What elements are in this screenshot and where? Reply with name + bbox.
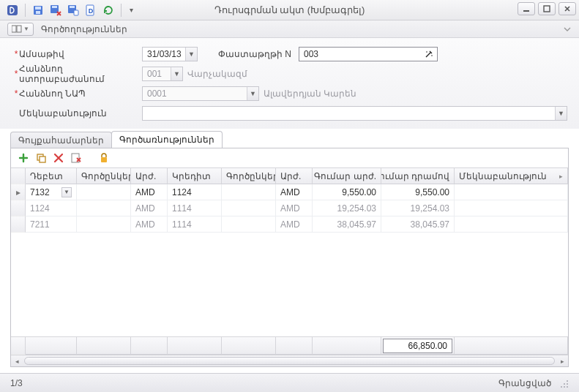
col-credit[interactable]: Կրեդիտ xyxy=(168,168,222,184)
col-cur2[interactable]: Արժ. xyxy=(276,168,313,184)
svg-rect-5 xyxy=(52,6,57,8)
row-handle xyxy=(11,216,26,233)
cell-note[interactable] xyxy=(455,216,568,233)
comment-label: Մեկնաբանություն xyxy=(19,108,142,118)
scroll-left-icon[interactable]: ◂ xyxy=(11,355,23,366)
cell-partner2[interactable] xyxy=(222,184,276,200)
docn-label: Փաստաթղթի N xyxy=(218,49,291,59)
svg-text:D: D xyxy=(89,7,94,15)
save-close-icon[interactable] xyxy=(48,2,64,18)
cell-cur1[interactable]: AMD xyxy=(131,200,168,216)
cell-amount-amd[interactable]: 9,550.00 xyxy=(381,184,455,200)
cell-credit[interactable]: 1114 xyxy=(168,200,222,216)
cell-debit[interactable]: 7132▼ xyxy=(26,184,77,200)
toolbar-overflow-icon[interactable]: ▾ xyxy=(126,2,136,18)
cell-partner1[interactable] xyxy=(77,216,131,233)
chevron-down-icon[interactable]: ▼ xyxy=(247,87,258,100)
doc-d-icon[interactable]: D xyxy=(83,2,99,18)
cell-partner2[interactable] xyxy=(222,200,276,216)
cell-credit[interactable]: 1114 xyxy=(168,216,222,233)
col-partner1[interactable]: Գործընկեր xyxy=(77,168,131,184)
tab-operations[interactable]: Գործառնություններ xyxy=(111,131,223,148)
svg-rect-2 xyxy=(35,7,41,10)
required-marker xyxy=(13,108,19,118)
cell-cur1[interactable]: AMD xyxy=(131,216,168,233)
date-label: Ամսաթիվ xyxy=(19,49,142,59)
svg-point-15 xyxy=(426,51,427,53)
status-state: Գրանցված xyxy=(498,378,551,388)
resp-field[interactable]: 0001 ▼ xyxy=(142,86,259,101)
col-cur1[interactable]: Արժ. xyxy=(131,168,168,184)
cell-partner2[interactable] xyxy=(222,216,276,233)
svg-point-16 xyxy=(431,55,433,56)
resize-grip-icon[interactable] xyxy=(559,378,569,388)
refresh-icon[interactable] xyxy=(100,2,116,18)
col-amount[interactable]: Գումար արժ. xyxy=(313,168,381,184)
cell-note[interactable] xyxy=(455,184,568,200)
date-field[interactable]: 31/03/13 ▼ xyxy=(142,47,198,61)
grid-total: 66,850.00 xyxy=(383,339,452,353)
col-amount-amd[interactable]: Գումար դրամով xyxy=(381,168,455,184)
copy-row-icon[interactable] xyxy=(34,151,48,165)
delete-row-icon[interactable] xyxy=(52,151,65,165)
view-mode-button[interactable]: ▼ xyxy=(7,23,34,36)
cell-amount[interactable]: 19,254.03 xyxy=(313,200,381,216)
cell-amount[interactable]: 38,045.97 xyxy=(313,216,381,233)
grid-row[interactable]: 7211 AMD 1114 AMD 38,045.97 38,045.97 xyxy=(11,216,568,233)
actions-label[interactable]: Գործողություններ xyxy=(41,24,127,34)
scroll-thumb[interactable] xyxy=(24,357,555,365)
scroll-right-icon[interactable]: ▸ xyxy=(556,355,568,366)
wand-icon[interactable] xyxy=(424,49,434,59)
chevron-down-icon[interactable]: ▼ xyxy=(61,187,72,197)
horizontal-scrollbar[interactable]: ◂ ▸ xyxy=(11,355,568,366)
cell-note[interactable] xyxy=(455,200,568,216)
add-row-icon[interactable] xyxy=(17,151,30,165)
cell-amount-amd[interactable]: 38,045.97 xyxy=(381,216,455,233)
close-button[interactable] xyxy=(559,2,576,15)
cell-cur2[interactable]: AMD xyxy=(276,184,313,200)
maximize-button[interactable] xyxy=(538,2,556,15)
grid-footer: 66,850.00 xyxy=(11,336,568,355)
sub-field[interactable]: 001 ▼ xyxy=(142,67,183,81)
cell-credit[interactable]: 1124 xyxy=(168,184,222,200)
svg-rect-3 xyxy=(36,11,40,14)
app-icon[interactable] xyxy=(4,2,20,18)
save-new-icon[interactable] xyxy=(65,2,81,18)
row-indicator-icon: ▸ xyxy=(11,184,26,200)
cell-debit[interactable]: 7211 xyxy=(26,216,77,233)
docn-field[interactable]: 003 xyxy=(299,47,438,61)
col-note[interactable]: Մեկնաբանություն ▸ xyxy=(455,168,568,184)
comment-field[interactable]: ▼ xyxy=(142,106,567,121)
chevron-down-icon[interactable]: ▼ xyxy=(185,48,197,61)
col-debit[interactable]: Դեբետ xyxy=(26,168,77,184)
grid-header: Դեբետ Գործընկեր Արժ. Կրեդիտ Գործընկեր Ար… xyxy=(11,168,568,184)
cell-amount-amd[interactable]: 19,254.03 xyxy=(381,200,455,216)
form-area: * Ամսաթիվ 31/03/13 ▼ Փաստաթղթի N 003 * Հ… xyxy=(0,38,579,129)
cell-cur1[interactable]: AMD xyxy=(131,184,168,200)
grid-toolbar xyxy=(11,148,568,167)
required-marker: * xyxy=(13,49,19,59)
expand-ribbon-icon[interactable] xyxy=(561,23,573,35)
svg-rect-8 xyxy=(74,10,78,15)
chevron-down-icon[interactable]: ▼ xyxy=(555,107,567,120)
save-icon[interactable] xyxy=(30,2,46,18)
chevron-right-icon: ▸ xyxy=(559,173,563,180)
cell-cur2[interactable]: AMD xyxy=(276,200,313,216)
cell-debit[interactable]: 1124 xyxy=(26,200,77,216)
cell-partner1[interactable] xyxy=(77,200,131,216)
cell-partner1[interactable] xyxy=(77,184,131,200)
minimize-button[interactable] xyxy=(518,2,535,15)
tab-panel: Դեբետ Գործընկեր Արժ. Կրեդիտ Գործընկեր Ար… xyxy=(10,148,569,367)
grid-row[interactable]: 1124 AMD 1114 AMD 19,254.03 19,254.03 xyxy=(11,200,568,216)
cell-cur2[interactable]: AMD xyxy=(276,216,313,233)
tab-inventory[interactable]: Գույքահամարներ xyxy=(10,132,112,148)
row-handle xyxy=(11,200,26,216)
lock-icon[interactable] xyxy=(97,151,111,165)
status-bar: 1/3 Գրանցված xyxy=(0,373,579,392)
grid-row[interactable]: ▸ 7132▼ AMD 1124 AMD 9,550.00 9,550.00 xyxy=(11,184,568,200)
cell-amount[interactable]: 9,550.00 xyxy=(313,184,381,200)
delete-sheet-icon[interactable] xyxy=(70,151,83,165)
col-partner2[interactable]: Գործընկեր xyxy=(222,168,276,184)
chevron-down-icon[interactable]: ▼ xyxy=(171,67,182,80)
svg-rect-11 xyxy=(523,10,529,12)
